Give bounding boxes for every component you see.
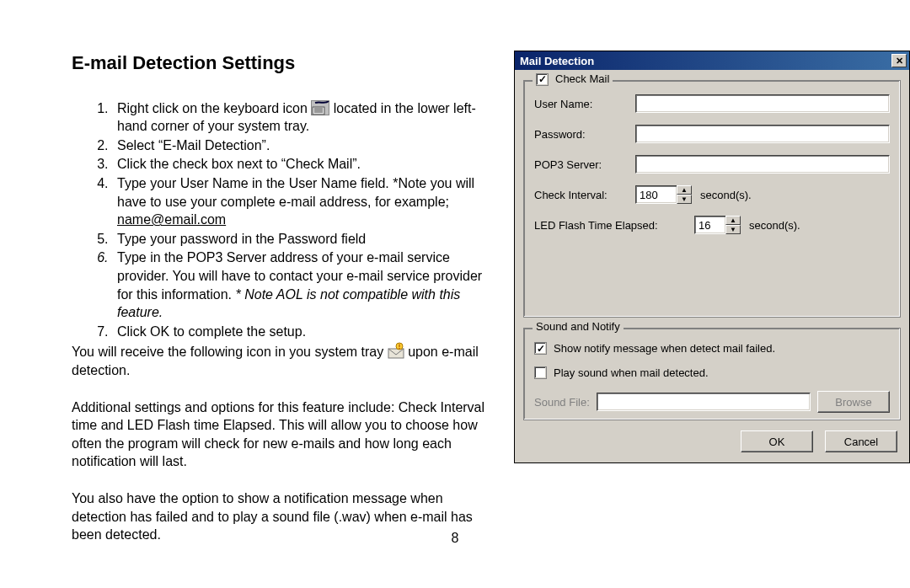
keyboard-tray-icon <box>311 100 329 115</box>
interval-spin-down[interactable]: ▼ <box>677 195 692 204</box>
step-5: Type your password in the Password field <box>112 230 493 249</box>
after-list-a: You will receive the following icon in y… <box>72 345 383 359</box>
step-7: Click OK to complete the setup. <box>112 323 493 341</box>
soundfile-input <box>597 393 811 411</box>
check-mail-checkbox[interactable] <box>536 73 549 86</box>
after-list-line: You will receive the following icon in y… <box>72 342 493 379</box>
interval-label: Check Interval: <box>534 189 635 201</box>
paragraph-1: Additional settings and options for this… <box>72 398 493 471</box>
led-unit: second(s). <box>749 219 800 232</box>
browse-button: Browse <box>817 391 890 413</box>
ok-button[interactable]: OK <box>741 430 813 452</box>
check-mail-legend: Check Mail <box>533 72 613 86</box>
sound-notify-legend: Sound and Notify <box>533 320 624 333</box>
soundfile-label: Sound File: <box>534 396 590 409</box>
dialog-titlebar: Mail Detection ✕ <box>515 51 909 70</box>
notify-label: Show notify message when detect mail fai… <box>554 342 775 355</box>
svg-point-7 <box>399 348 400 350</box>
close-button[interactable]: ✕ <box>891 54 907 67</box>
sound-notify-group: Sound and Notify Show notify message whe… <box>523 328 901 420</box>
interval-input[interactable]: 180 <box>635 185 677 204</box>
pop3-input[interactable] <box>635 155 890 174</box>
password-label: Password: <box>534 128 635 141</box>
cancel-button[interactable]: Cancel <box>825 430 897 452</box>
interval-unit: second(s). <box>700 189 752 201</box>
play-sound-checkbox[interactable] <box>534 366 547 379</box>
led-spin-down[interactable]: ▼ <box>725 225 741 234</box>
check-mail-label: Check Mail <box>555 72 609 85</box>
username-input[interactable] <box>635 94 890 113</box>
led-spin-up[interactable]: ▲ <box>725 216 741 225</box>
step-1a-text: Right click on the keyboard icon <box>117 101 308 115</box>
dialog-title: Mail Detection <box>520 55 594 67</box>
step-4: Type your User Name in the User Name fie… <box>112 174 493 229</box>
interval-spin-up[interactable]: ▲ <box>677 185 692 195</box>
step-3: Click the check box next to “Check Mail”… <box>112 155 493 174</box>
play-sound-label: Play sound when mail detected. <box>554 366 709 379</box>
username-label: User Name: <box>534 98 635 110</box>
step-1: Right click on the keyboard icon located… <box>112 99 493 136</box>
step-6: Type in the POP3 Server address of your … <box>112 249 493 321</box>
step-4a-text: Type your User Name in the User Name fie… <box>117 176 474 209</box>
page-title: E-mail Detection Settings <box>72 51 493 76</box>
page-number: 8 <box>0 531 910 546</box>
close-icon: ✕ <box>896 56 903 66</box>
example-email: name@email.com <box>117 212 226 227</box>
notify-checkbox[interactable] <box>534 342 547 355</box>
check-mail-group: Check Mail User Name: Password: POP3 Ser… <box>523 80 901 318</box>
step-2: Select “E-Mail Detection”. <box>112 136 493 155</box>
pop3-label: POP3 Server: <box>534 158 635 171</box>
led-input[interactable]: 16 <box>694 216 726 234</box>
mail-detected-icon <box>388 342 404 359</box>
password-input[interactable] <box>635 125 890 143</box>
mail-detection-dialog: Mail Detection ✕ Check Mail User Name: P… <box>514 51 910 463</box>
led-label: LED Flash Time Elapsed: <box>534 219 694 232</box>
